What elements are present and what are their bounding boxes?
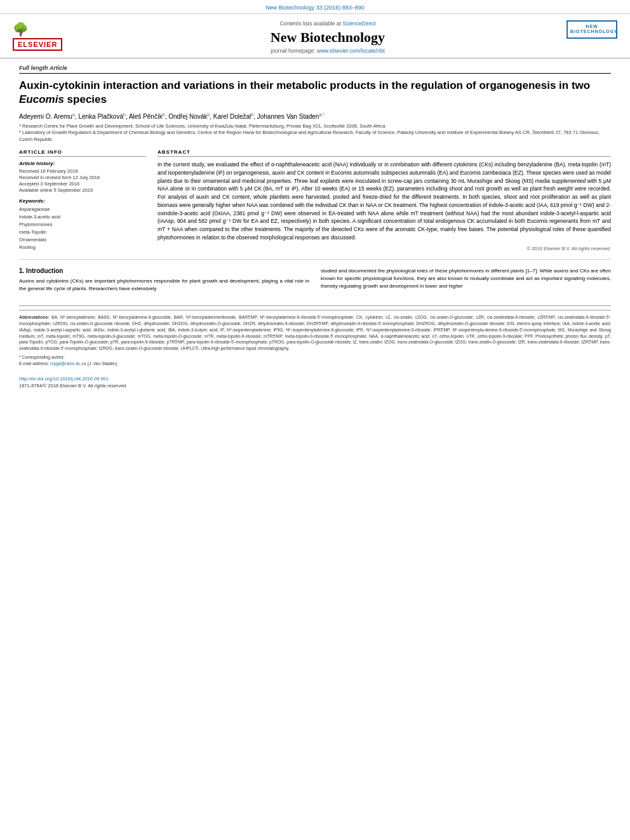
elsevier-logo-box: ELSEVIER [13,38,62,51]
footnotes-section: Abbreviations: BA, N⁶-benzyladenine; BA9… [19,310,611,371]
authors-text: Adeyemi O. Aremua, Lenka Plačkováb, Aleš… [19,113,325,120]
copyright-line: © 2016 Elsevier B.V. All rights reserved… [158,246,611,251]
revised-date: Received in revised form 12 July 2016 [19,175,146,180]
title-text-start: Auxin-cytokinin interaction and variatio… [19,79,590,91]
abbrev-content: BA, N⁶-benzyladenine; BA9G, N⁶-benzylade… [19,315,611,350]
introduction-section: 1. Introduction Auxins and cytokinins (C… [19,267,611,293]
contents-text: Contents lists available at [279,20,340,27]
journal-logo-title-line1: NEW [570,24,613,29]
journal-title: New Biotechnology [95,29,560,46]
keyword-2: Indole-3-acetic acid [19,213,146,221]
article-history-group: Article history: Received 16 February 20… [19,161,146,193]
email-label: E-mail address: [19,361,49,366]
keyword-6: Rooting [19,244,146,251]
footer-copyright: 1871-6784/© 2016 Elsevier B.V. All right… [19,383,611,389]
keyword-5: Ornamentals [19,236,146,244]
abbrev-label: Abbreviations: [19,315,50,319]
intro-heading: 1. Introduction [19,267,309,274]
elsevier-logo: 🌳 ELSEVIER [13,22,89,53]
journal-logo-box: NEW BIOTECHNOLOGY [566,20,617,39]
header-center: Contents lists available at ScienceDirec… [89,20,566,54]
affiliation-a: ᵃ Research Centre for Plant Growth and D… [19,123,611,130]
footnotes-divider [19,305,611,306]
keywords-label: Keywords: [19,198,146,204]
affiliations: ᵃ Research Centre for Plant Growth and D… [19,123,611,143]
journal-citation: New Biotechnology 33 (2016) 883–890 [265,4,365,11]
article-info-label: ARTICLE INFO [19,149,146,157]
intro-right-col: studied and documented the physiological… [321,267,611,293]
article-info-abstract-row: ARTICLE INFO Article history: Received 1… [19,149,611,251]
abstract-text: In the current study, we evaluated the e… [158,161,611,242]
homepage-link[interactable]: www.elsevier.com/locate/nbt [317,48,385,54]
elsevier-tree-icon: 🌳 [13,22,29,37]
email-address[interactable]: rcpgd@ukzn.ac.za [50,361,86,366]
accepted-date: Accepted 3 September 2016 [19,181,146,187]
title-italic: Eucomis [19,93,64,105]
sciencedirect-link[interactable]: ScienceDirect [342,20,375,27]
page: New Biotechnology 33 (2016) 883–890 🌳 EL… [0,0,630,840]
authors-line: Adeyemi O. Aremua, Lenka Plačkováb, Aleš… [19,112,611,119]
elsevier-brand-text: ELSEVIER [18,41,57,48]
intro-left-col: 1. Introduction Auxins and cytokinins (C… [19,267,309,293]
footer: http://dx.doi.org/10.1016/j.nbt.2016.09.… [0,371,630,394]
email-line: E-mail address: rcpgd@ukzn.ac.za (J. Van… [19,361,611,367]
article-info-column: ARTICLE INFO Article history: Received 1… [19,149,146,251]
abbreviations-text: Abbreviations: BA, N⁶-benzyladenine; BA9… [19,314,611,352]
online-date: Available online 5 September 2016 [19,187,146,193]
corresponding-text: * Corresponding author. [19,355,65,359]
corresponding-note: * Corresponding author. [19,354,611,361]
article-type: Full length Article [19,65,611,74]
journal-homepage: journal homepage: www.elsevier.com/locat… [95,48,560,54]
keywords-section: Keywords: Asparagaceae Indole-3-acetic a… [19,198,146,251]
keyword-4: meta-Topolin [19,229,146,236]
top-bar: New Biotechnology 33 (2016) 883–890 [0,0,630,14]
header-row: 🌳 ELSEVIER Contents lists available at S… [13,20,617,54]
journal-logo-title-line2: BIOTECHNOLOGY [570,29,613,34]
contents-available-line: Contents lists available at ScienceDirec… [95,20,560,27]
keywords-list: Asparagaceae Indole-3-acetic acid Phytoh… [19,206,146,251]
email-name: (J. Van Staden). [87,361,118,366]
affiliation-b: ᵇ Laboratory of Growth Regulators & Depa… [19,130,611,143]
main-content: Full length Article Auxin-cytokinin inte… [0,58,630,299]
intro-right-text: studied and documented the physiological… [321,267,611,290]
history-label: Article history: [19,161,146,166]
keyword-1: Asparagaceae [19,206,146,213]
section-divider [19,259,611,260]
received-date: Received 16 February 2016 [19,168,146,174]
intro-left-text: Auxins and cytokinins (CKs) are importan… [19,277,309,293]
keyword-3: Phytohormones [19,221,146,229]
doi-link[interactable]: http://dx.doi.org/10.1016/j.nbt.2016.09.… [19,376,109,382]
abstract-column: ABSTRACT In the current study, we evalua… [158,149,611,251]
article-title: Auxin-cytokinin interaction and variatio… [19,79,611,107]
title-text-end: species [64,93,107,105]
header-section: 🌳 ELSEVIER Contents lists available at S… [0,14,630,58]
abstract-label: ABSTRACT [158,149,611,157]
